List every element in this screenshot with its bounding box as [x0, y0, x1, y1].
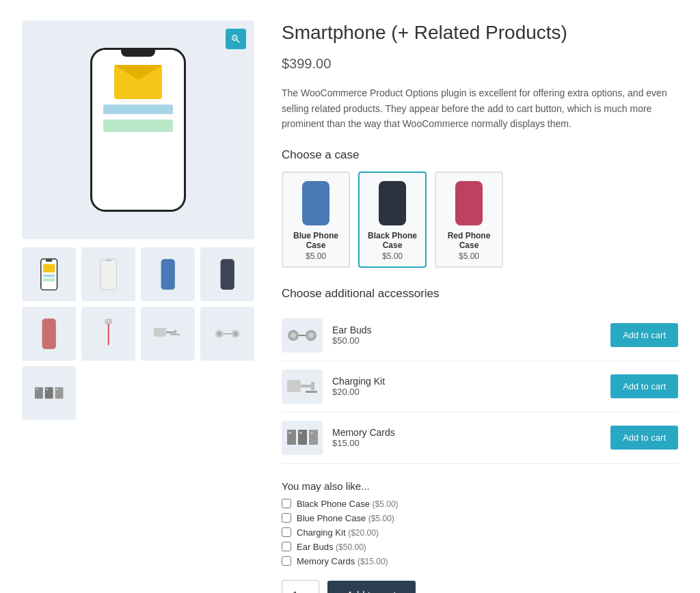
svg-rect-10	[108, 321, 109, 346]
also-like-label-4[interactable]: Memory Cards ($15.00)	[297, 556, 388, 566]
svg-point-19	[217, 332, 221, 336]
phone-illustration	[90, 48, 186, 212]
also-like-item-4: Memory Cards ($15.00)	[282, 556, 678, 566]
also-like-item-2: Charging Kit ($20.00)	[282, 527, 678, 538]
charging-kit-info: Charging Kit $20.00	[332, 376, 601, 397]
case-option-blue[interactable]: Blue Phone Case $5.00	[282, 171, 350, 268]
memory-cards-add-to-cart[interactable]: Add to cart	[610, 426, 678, 450]
case-option-black[interactable]: Black Phone Case $5.00	[358, 171, 427, 268]
accessory-charging-kit: Charging Kit $20.00 Add to cart	[282, 361, 678, 413]
also-like-label-2[interactable]: Charging Kit ($20.00)	[297, 527, 379, 538]
accessory-earbuds: Ear Buds $50.00 Add to cart	[282, 310, 678, 361]
case-red-name: Red Phone Case	[442, 231, 496, 250]
thumbnail-9[interactable]	[22, 366, 76, 420]
memory-cards-name: Memory Cards	[332, 427, 601, 438]
also-like-checkbox-2[interactable]	[282, 527, 291, 537]
accessories-label: Choose additional accessories	[282, 287, 678, 301]
also-like-label-3[interactable]: Ear Buds ($50.00)	[297, 542, 366, 552]
also-like-section: You may also like... Black Phone Case ($…	[282, 480, 678, 566]
svg-point-31	[308, 333, 314, 338]
product-title: Smartphone (+ Related Products)	[282, 20, 678, 45]
case-section-label: Choose a case	[282, 148, 678, 162]
svg-rect-11	[105, 319, 111, 324]
svg-rect-22	[45, 387, 53, 399]
product-description: The WooCommerce Product Options plugin i…	[282, 85, 678, 131]
svg-rect-25	[46, 388, 48, 389]
thumbnail-7[interactable]	[141, 307, 195, 361]
svg-rect-32	[287, 380, 301, 392]
main-add-to-cart-button[interactable]: Add to cart	[327, 581, 416, 593]
product-price: $399.00	[282, 56, 678, 72]
case-chooser: Blue Phone Case $5.00 Black Phone Case $…	[282, 171, 678, 268]
svg-point-20	[233, 332, 237, 336]
thumbnail-8[interactable]	[200, 307, 254, 361]
svg-rect-33	[301, 385, 311, 387]
memory-cards-image	[282, 421, 323, 455]
charging-kit-price: $20.00	[332, 387, 601, 397]
svg-rect-4	[43, 278, 55, 281]
case-section: Choose a case Blue Phone Case $5.00 Blac…	[282, 148, 678, 268]
memory-cards-price: $15.00	[332, 438, 601, 448]
case-black-name: Black Phone Case	[365, 231, 420, 250]
svg-rect-35	[306, 391, 317, 393]
also-like-label: You may also like...	[282, 480, 678, 492]
earbuds-add-to-cart[interactable]: Add to cart	[610, 323, 678, 347]
svg-rect-2	[43, 264, 55, 272]
svg-rect-37	[298, 430, 307, 445]
thumbnail-6[interactable]	[81, 307, 135, 361]
svg-rect-8	[220, 259, 234, 290]
thumbnail-2[interactable]	[81, 247, 135, 301]
svg-rect-3	[43, 274, 55, 277]
svg-rect-6	[105, 260, 111, 261]
svg-rect-34	[311, 382, 314, 390]
thumbnail-4[interactable]	[200, 247, 254, 301]
svg-rect-7	[161, 259, 174, 290]
case-red-price: $5.00	[442, 251, 496, 261]
memory-cards-info: Memory Cards $15.00	[332, 427, 601, 448]
svg-rect-1	[46, 260, 52, 261]
svg-rect-9	[42, 318, 55, 349]
right-column: Smartphone (+ Related Products) $399.00 …	[282, 20, 678, 593]
svg-rect-40	[299, 432, 302, 434]
svg-rect-39	[288, 432, 291, 434]
also-like-label-1[interactable]: Blue Phone Case ($5.00)	[297, 513, 394, 523]
earbuds-price: $50.00	[332, 335, 601, 346]
svg-rect-5	[100, 259, 117, 290]
also-like-label-0[interactable]: Black Phone Case ($5.00)	[297, 499, 399, 509]
quantity-input[interactable]	[282, 580, 319, 593]
left-column	[22, 20, 254, 593]
svg-rect-24	[36, 388, 38, 389]
thumbnail-grid	[22, 247, 254, 420]
charging-kit-name: Charging Kit	[332, 376, 601, 387]
cart-row: Add to cart	[282, 580, 678, 593]
also-like-checkbox-4[interactable]	[282, 556, 291, 566]
charging-kit-image	[282, 370, 323, 404]
also-like-item-0: Black Phone Case ($5.00)	[282, 499, 678, 509]
main-product-image	[22, 20, 254, 239]
svg-rect-36	[287, 430, 296, 445]
svg-rect-12	[154, 328, 166, 337]
svg-rect-13	[166, 331, 174, 333]
also-like-item-1: Blue Phone Case ($5.00)	[282, 513, 678, 523]
case-blue-name: Blue Phone Case	[288, 231, 343, 250]
case-blue-price: $5.00	[288, 251, 343, 261]
svg-rect-26	[56, 388, 58, 389]
thumbnail-1[interactable]	[22, 247, 76, 301]
earbuds-name: Ear Buds	[332, 325, 601, 335]
also-like-checkbox-0[interactable]	[282, 499, 291, 508]
case-option-red[interactable]: Red Phone Case $5.00	[435, 171, 503, 268]
zoom-button[interactable]	[226, 29, 246, 49]
thumbnail-3[interactable]	[141, 247, 195, 301]
also-like-item-3: Ear Buds ($50.00)	[282, 542, 678, 552]
thumbnail-5[interactable]	[22, 307, 76, 361]
also-like-checkbox-3[interactable]	[282, 542, 291, 551]
case-black-price: $5.00	[365, 251, 420, 261]
charging-kit-add-to-cart[interactable]: Add to cart	[610, 374, 678, 398]
svg-rect-38	[309, 430, 318, 445]
page-container: Smartphone (+ Related Products) $399.00 …	[22, 20, 678, 593]
also-like-checkbox-1[interactable]	[282, 513, 291, 523]
accessory-memory-cards: Memory Cards $15.00 Add to cart	[282, 413, 678, 464]
accessories-section: Choose additional accessories Ear Buds $…	[282, 287, 678, 464]
svg-rect-41	[310, 432, 313, 434]
svg-rect-23	[55, 387, 63, 399]
